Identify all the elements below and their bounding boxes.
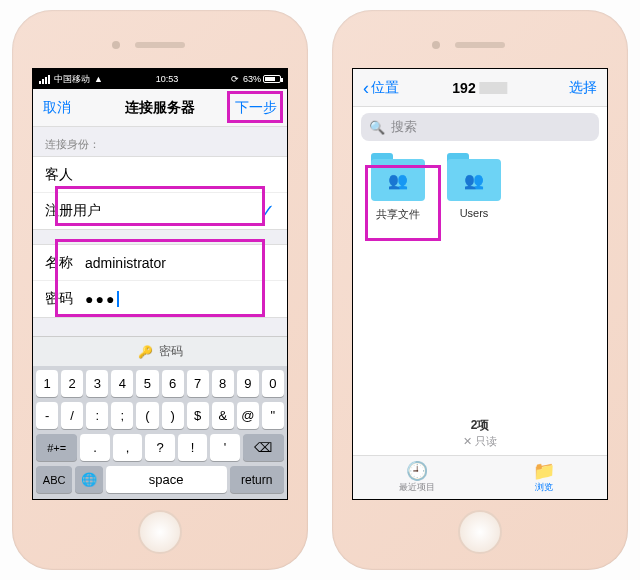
search-input[interactable]: 🔍 搜索: [361, 113, 599, 141]
key-![interactable]: !: [178, 434, 207, 461]
folder-label: Users: [460, 207, 489, 219]
identity-guest-label: 客人: [45, 166, 73, 184]
key-7[interactable]: 7: [187, 370, 209, 397]
tab-browse[interactable]: 📁 浏览: [480, 456, 607, 499]
key-icon: 🔑: [138, 345, 153, 359]
clock: 10:53: [156, 74, 179, 84]
highlight-shared-folder: [365, 165, 441, 241]
password-value: ●●●: [85, 291, 116, 307]
key-/[interactable]: /: [61, 402, 83, 429]
battery-pct: 63%: [243, 74, 261, 84]
tab-recent-label: 最近项目: [399, 481, 435, 494]
carrier-label: 中国移动: [54, 73, 90, 86]
title-ip: 192: [452, 80, 475, 96]
name-label: 名称: [45, 254, 85, 272]
page-title: 连接服务器: [125, 99, 195, 117]
signal-icon: [39, 75, 50, 84]
identity-registered-row[interactable]: 注册用户 ✓: [33, 193, 287, 229]
key-space[interactable]: space: [106, 466, 227, 493]
footer-status: 2项 ✕ 只读: [353, 417, 607, 455]
keyboard: 1234567890 -/:;()$&@" #+= .,?!' ⌫ ABC 🌐 …: [33, 366, 287, 499]
key-.[interactable]: .: [80, 434, 109, 461]
chevron-left-icon: ‹: [363, 79, 369, 97]
checkmark-icon: ✓: [260, 200, 275, 222]
key-?[interactable]: ?: [145, 434, 174, 461]
back-button[interactable]: ‹ 位置: [363, 79, 399, 97]
name-value: administrator: [85, 255, 166, 271]
text-cursor: [117, 291, 119, 307]
key-,[interactable]: ,: [113, 434, 142, 461]
key-9[interactable]: 9: [237, 370, 259, 397]
key-shift[interactable]: #+=: [36, 434, 77, 461]
key-$[interactable]: $: [187, 402, 209, 429]
home-button[interactable]: [138, 510, 182, 554]
keyboard-hint: 密码: [159, 343, 183, 360]
key--[interactable]: -: [36, 402, 58, 429]
next-button[interactable]: 下一步: [235, 99, 277, 117]
back-label: 位置: [371, 79, 399, 97]
readonly-label: ✕ 只读: [353, 434, 607, 449]
keyboard-hint-bar: 🔑 密码: [33, 336, 287, 366]
phone-left: 中国移动 ▲ 10:53 ⟳ 63% 取消 连接服务器 下一步 连接身份： 客人: [12, 10, 308, 570]
phone-camera: [432, 41, 440, 49]
key-globe[interactable]: 🌐: [75, 466, 102, 493]
wifi-icon: ▲: [94, 74, 103, 84]
key-:[interactable]: :: [86, 402, 108, 429]
folder-icon: 👥: [447, 159, 501, 201]
key-'[interactable]: ': [210, 434, 239, 461]
screen-left: 中国移动 ▲ 10:53 ⟳ 63% 取消 连接服务器 下一步 连接身份： 客人: [32, 68, 288, 500]
key-@[interactable]: @: [237, 402, 259, 429]
home-button[interactable]: [458, 510, 502, 554]
page-title: 192: [452, 80, 507, 96]
identity-guest-row[interactable]: 客人: [33, 157, 287, 193]
credentials-list: 名称 administrator 密码 ●●●: [33, 244, 287, 318]
key-8[interactable]: 8: [212, 370, 234, 397]
password-label: 密码: [45, 290, 85, 308]
key-)[interactable]: ): [162, 402, 184, 429]
select-button[interactable]: 选择: [569, 79, 597, 97]
phone-camera: [112, 41, 120, 49]
title-ip-mask: [480, 82, 508, 94]
key-6[interactable]: 6: [162, 370, 184, 397]
key-3[interactable]: 3: [86, 370, 108, 397]
screen-right: ‹ 位置 192 选择 🔍 搜索 👥 共享文件: [352, 68, 608, 500]
key-1[interactable]: 1: [36, 370, 58, 397]
phone-speaker: [135, 42, 185, 48]
password-row[interactable]: 密码 ●●●: [33, 281, 287, 317]
key-backspace[interactable]: ⌫: [243, 434, 284, 461]
key-&[interactable]: &: [212, 402, 234, 429]
tab-recent[interactable]: 🕘 最近项目: [353, 456, 480, 499]
tab-browse-label: 浏览: [535, 481, 553, 494]
key-;[interactable]: ;: [111, 402, 133, 429]
item-count: 2项: [353, 417, 607, 434]
key-0[interactable]: 0: [262, 370, 284, 397]
key-4[interactable]: 4: [111, 370, 133, 397]
key-abc[interactable]: ABC: [36, 466, 72, 493]
cancel-button[interactable]: 取消: [43, 99, 71, 117]
status-bar: 中国移动 ▲ 10:53 ⟳ 63%: [33, 69, 287, 89]
key-2[interactable]: 2: [61, 370, 83, 397]
key-"[interactable]: ": [262, 402, 284, 429]
name-row[interactable]: 名称 administrator: [33, 245, 287, 281]
key-([interactable]: (: [136, 402, 158, 429]
phone-right: ‹ 位置 192 选择 🔍 搜索 👥 共享文件: [332, 10, 628, 570]
tab-bar: 🕘 最近项目 📁 浏览: [353, 455, 607, 499]
navbar: ‹ 位置 192 选择: [353, 69, 607, 107]
keyboard-row-4: ABC 🌐 space return: [36, 466, 284, 493]
search-icon: 🔍: [369, 120, 385, 135]
keyboard-row-2: -/:;()$&@": [36, 402, 284, 429]
key-5[interactable]: 5: [136, 370, 158, 397]
identity-section-label: 连接身份：: [33, 127, 287, 156]
folder-users[interactable]: 👥 Users: [447, 159, 501, 219]
identity-list: 客人 注册用户 ✓: [33, 156, 287, 230]
phone-speaker: [455, 42, 505, 48]
clock-icon: 🕘: [406, 462, 428, 480]
search-placeholder: 搜索: [391, 118, 417, 136]
navbar: 取消 连接服务器 下一步: [33, 89, 287, 127]
identity-registered-label: 注册用户: [45, 202, 101, 220]
keyboard-row-3: #+= .,?!' ⌫: [36, 434, 284, 461]
keyboard-row-1: 1234567890: [36, 370, 284, 397]
key-return[interactable]: return: [230, 466, 284, 493]
rotation-lock-icon: ⟳: [231, 74, 239, 84]
folder-icon: 📁: [533, 462, 555, 480]
